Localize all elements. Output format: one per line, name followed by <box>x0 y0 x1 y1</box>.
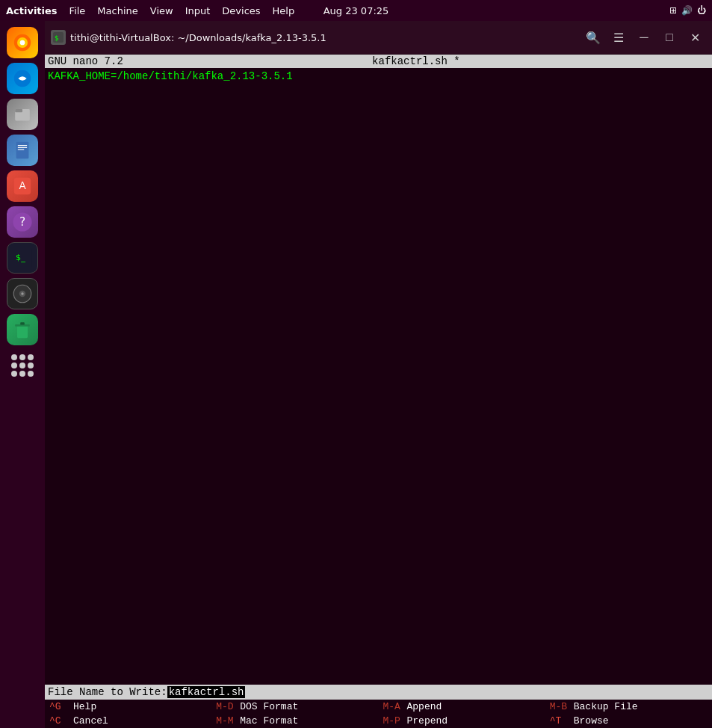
nano-status-prefix: File Name to Write: <box>48 686 167 698</box>
terminal-titlebar: $ tithi@tithi-VirtualBox: ~/Downloads/ka… <box>45 21 712 55</box>
nano-shortcuts: ^G Help M-D DOS Format M-A Append M-B Ba… <box>45 700 712 728</box>
shortcut-label-help: Help <box>73 701 96 712</box>
nano-header: GNU nano 7.2 kafkactrl.sh * <box>45 55 712 68</box>
maximize-button[interactable]: □ <box>658 26 681 49</box>
menu-view[interactable]: View <box>150 5 173 16</box>
sidebar-item-thunderbird[interactable] <box>7 63 38 94</box>
shortcut-browse: ^T Browse <box>545 714 712 728</box>
menu-file[interactable]: File <box>69 5 86 16</box>
sidebar-item-firefox[interactable] <box>7 27 38 58</box>
system-bar: Activities File Machine View Input Devic… <box>0 0 712 21</box>
svg-point-2 <box>20 40 25 46</box>
shortcut-key-ma: M-A <box>383 701 404 712</box>
shortcut-dos-format: M-D DOS Format <box>211 700 378 714</box>
system-tray: ⊞ 🔊 ⏻ <box>669 5 706 16</box>
sidebar-item-files[interactable] <box>7 99 38 130</box>
shortcut-key-mm: M-M <box>216 715 237 727</box>
shortcut-key-mp: M-P <box>383 715 404 727</box>
tray-network-icon[interactable]: ⊞ <box>669 5 677 16</box>
svg-rect-22 <box>20 322 25 324</box>
svg-text:?: ? <box>19 215 25 229</box>
tray-volume-icon[interactable]: 🔊 <box>681 5 693 16</box>
sidebar-item-apps[interactable] <box>7 350 38 381</box>
nano-status-bar: File Name to Write: kafkactrl.sh <box>45 685 712 700</box>
shortcut-label-dos: DOS Format <box>240 701 298 712</box>
tab-icon: $ <box>51 30 66 45</box>
shortcut-label-mac: Mac Format <box>240 715 298 727</box>
nano-shortcut-row-2: ^C Cancel M-M Mac Format M-P Prepend ^T … <box>45 714 712 728</box>
menu-machine[interactable]: Machine <box>97 5 137 16</box>
svg-rect-20 <box>17 325 28 338</box>
shortcut-key-mb: M-B <box>550 701 571 712</box>
menu-button[interactable]: ☰ <box>607 26 630 49</box>
shortcut-label-prepend: Prepend <box>407 715 448 727</box>
svg-text:A: A <box>19 180 26 191</box>
svg-rect-7 <box>18 145 27 146</box>
nano-shortcut-row-1: ^G Help M-D DOS Format M-A Append M-B Ba… <box>45 700 712 714</box>
system-bar-left: Activities File Machine View Input Devic… <box>6 5 294 16</box>
apps-grid-icon <box>11 354 34 377</box>
sidebar-item-writer[interactable] <box>7 135 38 166</box>
terminal-title: tithi@tithi-VirtualBox: ~/Downloads/kafk… <box>70 32 326 43</box>
menu-help[interactable]: Help <box>273 5 295 16</box>
nano-version: GNU nano 7.2 <box>48 55 123 67</box>
svg-rect-6 <box>16 142 29 158</box>
nano-content-line-1: KAFKA_HOME=/home/tithi/kafka_2.13-3.5.1 <box>48 70 709 84</box>
terminal-window: $ tithi@tithi-VirtualBox: ~/Downloads/ka… <box>45 21 712 728</box>
system-datetime: Aug 23 07:25 <box>324 5 389 16</box>
search-button[interactable]: 🔍 <box>582 26 604 49</box>
shortcut-label-browse: Browse <box>574 715 609 727</box>
titlebar-left: $ tithi@tithi-VirtualBox: ~/Downloads/ka… <box>51 30 326 45</box>
tray-power-icon[interactable]: ⏻ <box>697 5 706 16</box>
shortcut-key-t: ^T <box>550 715 571 727</box>
sidebar-item-appstore[interactable]: A <box>7 170 38 202</box>
sidebar-item-terminal[interactable]: $_ <box>7 242 38 274</box>
minimize-button[interactable]: ─ <box>633 26 655 49</box>
sidebar-item-trash[interactable] <box>7 314 38 345</box>
shortcut-label-backup: Backup File <box>574 701 638 712</box>
shortcut-cancel: ^C Cancel <box>45 714 211 728</box>
shortcut-append: M-A Append <box>379 700 545 714</box>
shortcut-prepend: M-P Prepend <box>379 714 545 728</box>
close-button[interactable]: ✕ <box>684 26 706 49</box>
svg-rect-5 <box>15 109 22 112</box>
svg-text:$: $ <box>55 34 59 42</box>
nano-filename: kafkactrl.sh * <box>372 55 460 67</box>
shortcut-key-c: ^C <box>49 715 70 727</box>
svg-rect-9 <box>18 149 24 150</box>
menu-devices[interactable]: Devices <box>222 5 260 16</box>
activities-button[interactable]: Activities <box>6 5 58 16</box>
titlebar-controls: 🔍 ☰ ─ □ ✕ <box>582 26 706 49</box>
shortcut-label-cancel: Cancel <box>73 715 108 727</box>
svg-text:$_: $_ <box>16 253 25 262</box>
nano-editor: GNU nano 7.2 kafkactrl.sh * KAFKA_HOME=/… <box>45 55 712 728</box>
sidebar-dock: A ? $_ <box>0 21 45 728</box>
svg-point-19 <box>21 292 23 294</box>
sidebar-item-help[interactable]: ? <box>7 206 38 238</box>
nano-footer: File Name to Write: kafkactrl.sh ^G Help… <box>45 685 712 728</box>
shortcut-label-append: Append <box>407 701 442 712</box>
shortcut-key-g: ^G <box>49 701 70 712</box>
shortcut-help: ^G Help <box>45 700 211 714</box>
sidebar-item-disc[interactable] <box>7 278 38 309</box>
shortcut-key-md: M-D <box>216 701 237 712</box>
svg-rect-8 <box>18 147 27 148</box>
shortcut-mac-format: M-M Mac Format <box>211 714 378 728</box>
nano-content[interactable]: KAFKA_HOME=/home/tithi/kafka_2.13-3.5.1 <box>45 68 712 685</box>
nano-status-filename: kafkactrl.sh <box>167 686 246 698</box>
shortcut-backup: M-B Backup File <box>545 700 712 714</box>
menu-input[interactable]: Input <box>185 5 211 16</box>
